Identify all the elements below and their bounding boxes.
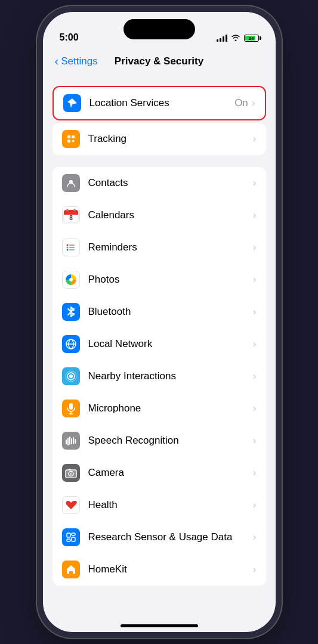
- svg-point-36: [70, 473, 72, 475]
- svg-rect-16: [69, 249, 75, 250]
- calendars-row[interactable]: 8 Calendars ›: [53, 199, 266, 231]
- tracking-icon: [62, 130, 80, 148]
- svg-rect-40: [72, 537, 75, 541]
- svg-rect-31: [73, 437, 74, 444]
- bluetooth-row[interactable]: Bluetooth ›: [53, 296, 266, 328]
- calendars-icon: 8: [62, 206, 80, 224]
- nav-bar: ‹ Settings Privacy & Security: [43, 47, 276, 76]
- local-network-icon: [62, 335, 80, 353]
- homekit-label: HomeKit: [88, 564, 253, 575]
- svg-point-12: [66, 247, 68, 249]
- bluetooth-icon: [62, 303, 80, 321]
- speech-recognition-row[interactable]: Speech Recognition ›: [53, 425, 266, 457]
- location-services-row[interactable]: Location Services On ›: [54, 87, 265, 119]
- health-row[interactable]: Health ›: [53, 489, 266, 521]
- health-label: Health: [88, 499, 253, 511]
- svg-point-9: [66, 209, 69, 211]
- camera-icon: [62, 464, 80, 482]
- photos-label: Photos: [88, 274, 253, 286]
- local-network-chevron-icon: ›: [253, 338, 257, 350]
- speech-recognition-chevron-icon: ›: [253, 435, 257, 447]
- research-sensor-label: Research Sensor & Usage Data: [88, 531, 253, 543]
- photos-icon: [62, 271, 80, 289]
- svg-rect-2: [67, 140, 70, 143]
- svg-point-21: [69, 374, 73, 378]
- svg-point-3: [72, 140, 74, 143]
- home-indicator: [121, 624, 198, 627]
- svg-point-10: [73, 209, 76, 211]
- nav-title: Privacy & Security: [115, 55, 203, 67]
- camera-label: Camera: [88, 467, 253, 479]
- tracking-group: Tracking ›: [53, 123, 266, 155]
- dynamic-island: [124, 19, 195, 39]
- tracking-label: Tracking: [88, 133, 253, 145]
- signal-icon: [217, 35, 227, 42]
- back-button[interactable]: ‹ Settings: [55, 55, 98, 68]
- svg-point-17: [69, 278, 73, 281]
- wifi-icon: [231, 33, 240, 43]
- reminders-label: Reminders: [88, 242, 253, 253]
- svg-rect-15: [69, 247, 75, 248]
- microphone-chevron-icon: ›: [253, 402, 257, 414]
- tracking-row[interactable]: Tracking ›: [53, 123, 266, 155]
- microphone-label: Microphone: [88, 402, 253, 414]
- calendars-chevron-icon: ›: [253, 209, 257, 221]
- research-sensor-icon: [62, 528, 80, 546]
- microphone-row[interactable]: Microphone ›: [53, 392, 266, 425]
- svg-rect-1: [72, 135, 75, 138]
- svg-rect-14: [69, 244, 75, 246]
- location-services-chevron-icon: ›: [252, 97, 255, 109]
- nearby-interactions-label: Nearby Interactions: [88, 370, 253, 382]
- bluetooth-label: Bluetooth: [88, 306, 253, 318]
- svg-rect-30: [71, 438, 72, 444]
- tracking-chevron-icon: ›: [253, 133, 257, 145]
- contacts-row[interactable]: Contacts ›: [53, 167, 266, 199]
- svg-rect-38: [67, 533, 70, 537]
- health-icon: [62, 496, 80, 514]
- speech-recognition-icon: [62, 432, 80, 450]
- svg-text:8: 8: [69, 215, 73, 221]
- local-network-label: Local Network: [88, 338, 253, 350]
- svg-point-13: [66, 249, 68, 251]
- svg-rect-29: [69, 436, 70, 445]
- back-label: Settings: [61, 55, 97, 67]
- svg-rect-37: [69, 469, 71, 470]
- local-network-row[interactable]: Local Network ›: [53, 328, 266, 360]
- content-area: Location Services On › Tracking ›: [43, 76, 276, 632]
- svg-point-11: [66, 244, 68, 246]
- location-services-highlighted-group: Location Services On ›: [53, 86, 266, 120]
- homekit-row[interactable]: HomeKit ›: [53, 553, 266, 586]
- svg-rect-24: [69, 403, 73, 410]
- battery-level: 24: [245, 35, 258, 41]
- nearby-interactions-row[interactable]: Nearby Interactions ›: [53, 360, 266, 392]
- homekit-icon: [62, 561, 80, 578]
- reminders-chevron-icon: ›: [253, 242, 257, 253]
- svg-rect-41: [67, 539, 70, 541]
- bluetooth-chevron-icon: ›: [253, 306, 257, 318]
- reminders-row[interactable]: Reminders ›: [53, 231, 266, 264]
- research-sensor-chevron-icon: ›: [253, 531, 257, 543]
- svg-rect-39: [72, 533, 75, 535]
- svg-rect-32: [75, 439, 76, 444]
- contacts-icon: [62, 174, 80, 192]
- reminders-icon: [62, 239, 80, 256]
- status-icons: 24: [217, 33, 259, 43]
- contacts-label: Contacts: [88, 177, 253, 189]
- svg-rect-0: [67, 135, 70, 138]
- photos-row[interactable]: Photos ›: [53, 264, 266, 296]
- camera-row[interactable]: Camera ›: [53, 457, 266, 489]
- svg-rect-27: [66, 439, 67, 444]
- nearby-interactions-chevron-icon: ›: [253, 370, 257, 382]
- microphone-icon: [62, 400, 80, 417]
- location-services-value: On: [234, 97, 248, 109]
- photos-chevron-icon: ›: [253, 274, 257, 286]
- camera-chevron-icon: ›: [253, 467, 257, 479]
- calendars-label: Calendars: [88, 209, 253, 221]
- speech-recognition-label: Speech Recognition: [88, 435, 253, 447]
- status-time: 5:00: [60, 32, 79, 43]
- back-chevron-icon: ‹: [55, 54, 59, 68]
- location-services-icon: [63, 94, 81, 112]
- contacts-chevron-icon: ›: [253, 177, 257, 189]
- research-sensor-row[interactable]: Research Sensor & Usage Data ›: [53, 521, 266, 553]
- nearby-interactions-icon: [62, 367, 80, 385]
